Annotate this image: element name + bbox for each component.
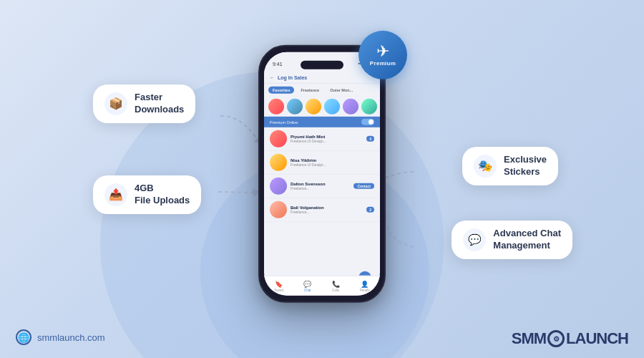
people-icon: 👤 — [361, 280, 369, 287]
contact-3 — [306, 99, 321, 115]
file-uploads-text: 4GB File Uploads — [135, 183, 190, 207]
file-uploads-icon: 📤 — [104, 183, 127, 206]
chat-msg-4: Freelance... — [291, 210, 363, 214]
chat-msg-2: Freelance UI Design... — [291, 163, 374, 167]
premium-badge: ✈ Premium — [358, 31, 407, 79]
chat-badge-4: 2 — [366, 207, 374, 213]
feature-advanced-chat: 💬 Advanced Chat Management — [452, 221, 572, 259]
brand-launch: LAUNCH — [566, 329, 628, 348]
online-bar: Premium Online — [264, 117, 380, 127]
chat-item-1: Piyumi Hath Mini Freelance UI Design... … — [264, 127, 380, 151]
online-label: Premium Online — [270, 120, 298, 124]
chat-info-3: Dalton Svensson Freelance... — [291, 182, 350, 190]
feature-faster-downloads: 📦 Faster Downloads — [93, 84, 195, 123]
chat-avatar-1 — [270, 130, 287, 147]
contact-6 — [361, 99, 377, 115]
footer-brand: SMM ⚙ LAUNCH — [512, 329, 628, 348]
nav-calls[interactable]: 📞 Calls — [332, 280, 340, 291]
globe-icon: 🌐 — [16, 329, 31, 345]
clock: 9:41 — [273, 61, 283, 66]
feature-exclusive-stickers: 🎭 Exclusive Stickers — [462, 147, 558, 185]
saved-icon: 🔖 — [275, 280, 283, 287]
exclusive-stickers-text: Exclusive Stickers — [504, 154, 547, 178]
phone-body: 9:41 ▪▪▪ ⬛ ← Log In Sales Favorites Free… — [258, 45, 386, 303]
nav-label-chat: Chat — [304, 288, 311, 291]
contact-btn-3: Contact — [353, 183, 374, 189]
nav-label-calls: Calls — [332, 288, 339, 291]
nav-chat[interactable]: 💬 Chat — [303, 280, 311, 291]
chat-msg-3: Freelance... — [291, 186, 350, 190]
feature-file-uploads: 📤 4GB File Uploads — [93, 175, 201, 214]
chat-info-1: Piyumi Hath Mini Freelance UI Design... — [291, 135, 363, 143]
chat-item-2: Nisa Yildirim Freelance UI Design... — [264, 151, 380, 175]
nav-label-people: People — [360, 288, 370, 291]
brand-smm: SMM — [512, 329, 546, 348]
chat-avatar-3 — [270, 178, 287, 195]
screen-tabs: Favorites Freelance Outer Mon... — [264, 84, 380, 97]
brand-gear-icon: ⚙ — [547, 330, 565, 347]
screen-title: Log In Sales — [278, 75, 307, 80]
calls-icon: 📞 — [332, 280, 340, 287]
chat-item-4: Bali Volganation Freelance... 2 — [264, 198, 380, 222]
online-toggle — [361, 119, 374, 125]
chat-list: Piyumi Hath Mini Freelance UI Design... … — [264, 127, 380, 222]
chat-avatar-4 — [270, 201, 287, 218]
nav-saved[interactable]: 🔖 Saved — [274, 280, 283, 291]
faster-downloads-text: Faster Downloads — [135, 92, 184, 116]
back-arrow: ← — [270, 75, 275, 80]
advanced-chat-text: Advanced Chat Management — [493, 228, 561, 252]
chat-info-4: Bali Volganation Freelance... — [291, 205, 363, 214]
tab-freelance: Freelance — [296, 87, 323, 94]
tab-other: Outer Mon... — [326, 87, 357, 94]
contact-2 — [287, 99, 303, 115]
contact-4 — [324, 99, 340, 115]
faster-downloads-icon: 📦 — [104, 92, 127, 115]
nav-people[interactable]: 👤 People — [360, 280, 370, 291]
chat-item-3: Dalton Svensson Freelance... Contact — [264, 175, 380, 198]
chat-badge-1: 4 — [366, 136, 374, 142]
chat-msg-1: Freelance UI Design... — [291, 139, 363, 143]
phone-notch — [301, 61, 343, 69]
premium-label: Premium — [370, 60, 396, 67]
contacts-section — [264, 97, 380, 117]
chat-avatar-2 — [270, 154, 287, 171]
nav-label-saved: Saved — [274, 288, 283, 291]
contact-5 — [343, 99, 358, 115]
contact-1 — [268, 99, 284, 115]
bottom-nav: 🔖 Saved 💬 Chat 📞 Calls 👤 People — [264, 276, 380, 296]
advanced-chat-icon: 💬 — [463, 228, 486, 251]
chat-info-2: Nisa Yildirim Freelance UI Design... — [291, 158, 374, 167]
screen-header: ← Log In Sales — [264, 72, 380, 84]
chat-icon: 💬 — [303, 280, 311, 287]
footer-website: 🌐 smmlaunch.com — [16, 329, 105, 345]
phone-mockup: 9:41 ▪▪▪ ⬛ ← Log In Sales Favorites Free… — [258, 45, 386, 303]
website-url: smmlaunch.com — [37, 332, 105, 343]
tab-favorites: Favorites — [268, 87, 294, 94]
premium-plane-icon: ✈ — [376, 44, 389, 59]
stickers-icon: 🎭 — [474, 155, 497, 178]
phone-screen: 9:41 ▪▪▪ ⬛ ← Log In Sales Favorites Free… — [264, 52, 380, 296]
